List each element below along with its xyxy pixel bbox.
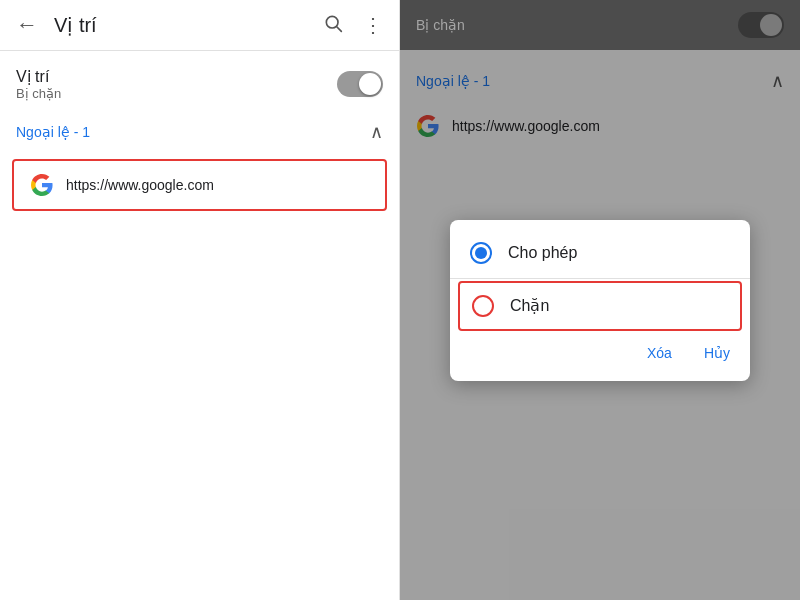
setting-main-label: Vị trí [16, 67, 61, 86]
chevron-up-icon[interactable]: ∧ [370, 121, 383, 143]
setting-labels: Vị trí Bị chặn [16, 67, 61, 101]
dialog-overlay: Cho phép Chặn Xóa Hủy [400, 0, 800, 600]
page-title: Vị trí [54, 13, 307, 37]
more-icon[interactable]: ⋮ [363, 13, 383, 37]
exceptions-title: Ngoại lệ - 1 [16, 124, 90, 140]
exceptions-section-header: Ngoại lệ - 1 ∧ [0, 109, 399, 155]
location-setting-row: Vị trí Bị chặn [0, 51, 399, 109]
setting-sub-label: Bị chặn [16, 86, 61, 101]
location-toggle[interactable] [337, 71, 383, 97]
cancel-button[interactable]: Hủy [700, 341, 734, 365]
block-label: Chặn [510, 296, 549, 315]
svg-line-1 [337, 26, 342, 31]
dialog-divider [450, 278, 750, 279]
header: ← Vị trí ⋮ [0, 0, 399, 51]
right-panel: Bị chặn Ngoại lệ - 1 ∧ https://www.googl… [400, 0, 800, 600]
allow-label: Cho phép [508, 244, 577, 262]
toggle-knob [359, 73, 381, 95]
back-button[interactable]: ← [16, 12, 38, 38]
block-radio[interactable] [472, 295, 494, 317]
block-option[interactable]: Chặn [458, 281, 742, 331]
permission-dialog: Cho phép Chặn Xóa Hủy [450, 220, 750, 381]
allow-option[interactable]: Cho phép [450, 228, 750, 278]
header-icons: ⋮ [323, 13, 383, 38]
google-icon [30, 173, 54, 197]
allow-radio-inner [475, 247, 487, 259]
site-url-left: https://www.google.com [66, 177, 214, 193]
left-panel: ← Vị trí ⋮ Vị trí Bị chặn Ngoại lệ - 1 ∧ [0, 0, 400, 600]
site-row[interactable]: https://www.google.com [12, 159, 387, 211]
allow-radio[interactable] [470, 242, 492, 264]
delete-button[interactable]: Xóa [643, 341, 676, 365]
search-icon[interactable] [323, 13, 343, 38]
dialog-actions: Xóa Hủy [450, 333, 750, 373]
